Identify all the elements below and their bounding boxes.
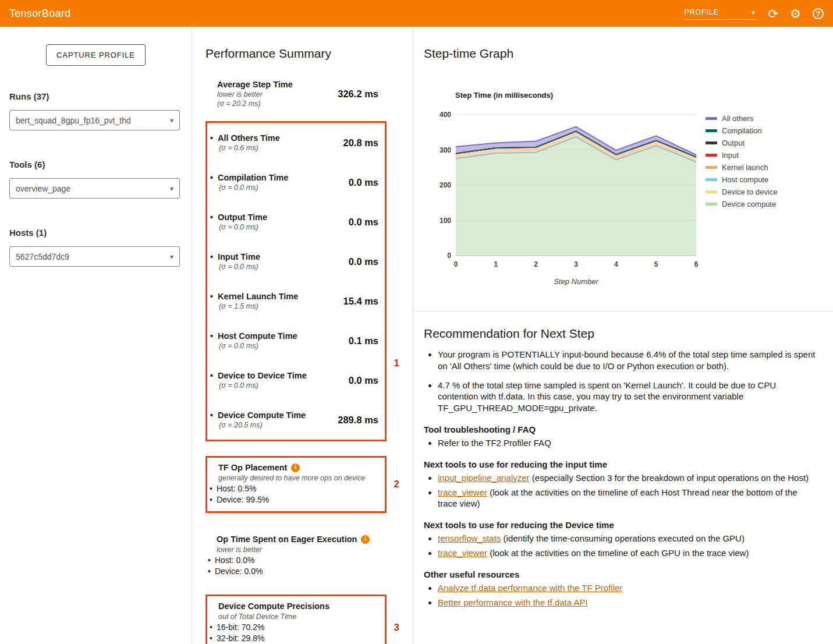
- metric-row: Host Compute Time (σ = 0.0 ms) 0.1 ms: [207, 321, 385, 360]
- list-item-text: Refer to the TF2 Profiler FAQ: [438, 438, 551, 448]
- metric-value: 20.8 ms: [343, 137, 378, 148]
- reco-subheading-faq: Tool troubleshooting / FAQ: [424, 424, 816, 434]
- metric-row: Output Time (σ = 0.0 ms) 0.0 ms: [207, 202, 385, 242]
- list-item: Analyze tf.data performance with the TF …: [438, 582, 816, 594]
- svg-text:200: 200: [439, 181, 451, 189]
- average-step-time-row: Average Step Time lower is better (σ = 2…: [205, 79, 387, 108]
- hosts-dropdown[interactable]: 5627c5dd7dc9 ▾: [9, 246, 180, 267]
- reco-list-resources: Analyze tf.data performance with the TF …: [424, 582, 816, 608]
- reload-icon[interactable]: ⟳: [768, 8, 779, 20]
- reco-list-faq: Refer to the TF2 Profiler FAQ: [424, 437, 816, 449]
- legend-label: Compilation: [722, 126, 762, 135]
- list-item: trace_viewer (look at the activities on …: [438, 547, 816, 559]
- block-note: generally desired to have more ops on de…: [218, 473, 379, 483]
- annotation-box-3: Device Compute Precisions out of Total D…: [205, 595, 387, 644]
- list-item-text: (look at the activities on the timeline …: [487, 548, 749, 558]
- metric-name: Kernel Launch Time: [210, 291, 298, 302]
- chevron-down-icon: ▾: [170, 253, 173, 261]
- topbar-controls: PROFILE ▾ ⟳ ⚙ ?: [683, 7, 824, 20]
- compute-precisions-title: Device Compute Precisions: [218, 601, 379, 611]
- metric-name: Average Step Time: [217, 79, 293, 90]
- legend-label: Device compute: [722, 200, 776, 208]
- metric-row: Input Time (σ = 0.0 ms) 0.0 ms: [207, 242, 385, 281]
- dashboard-selector[interactable]: PROFILE ▾: [683, 7, 757, 20]
- list-item: trace_viewer (look at the activities on …: [438, 487, 816, 510]
- svg-text:4: 4: [614, 260, 618, 268]
- metric-value: 0.0 ms: [349, 177, 378, 188]
- recommendation-statement: Your program is POTENTIALLY input-bound …: [438, 349, 816, 372]
- legend-swatch: [706, 129, 717, 132]
- main-layout: CAPTURE PROFILE Runs (37) bert_squad_8gp…: [0, 27, 833, 644]
- question-mark-icon: ?: [813, 8, 824, 19]
- runs-dropdown-value: bert_squad_8gpu_fp16_pvt_thd: [16, 116, 131, 125]
- svg-text:400: 400: [439, 111, 451, 119]
- tools-label: Tools (6): [9, 160, 180, 169]
- legend-swatch: [706, 178, 717, 181]
- trace-viewer-link[interactable]: trace_viewer: [438, 548, 487, 558]
- block-note: lower is better: [217, 545, 387, 555]
- hosts-dropdown-value: 5627c5dd7dc9: [16, 252, 69, 261]
- legend-swatch: [706, 190, 717, 193]
- legend-swatch: [706, 166, 717, 169]
- performance-summary-title: Performance Summary: [205, 47, 413, 61]
- metric-name: Device Compute Time: [210, 410, 306, 420]
- list-item-text: (identify the time-consuming operations …: [501, 533, 745, 543]
- tf-op-placement-title: TF Op Placement i: [218, 462, 379, 473]
- help-icon[interactable]: ?: [813, 8, 824, 19]
- reco-subheading-resources: Other useful resources: [424, 569, 816, 579]
- metric-sigma: (σ = 20.5 ms): [219, 420, 306, 430]
- chart-legend: All othersCompilationOutputInputKernel l…: [706, 115, 777, 288]
- svg-text:0: 0: [447, 252, 451, 260]
- right-panel: Step-time Graph Step Time (in millisecon…: [413, 27, 833, 644]
- reco-subheading-input-tools: Next tools to use for reducing the input…: [424, 459, 816, 469]
- info-icon[interactable]: i: [291, 463, 300, 472]
- list-item-text: (look at the activities on the timeline …: [438, 487, 797, 509]
- recommendation-section: Recommendation for Next Step Your progra…: [413, 327, 833, 608]
- tfdata-performance-link[interactable]: Analyze tf.data performance with the TF …: [438, 583, 622, 593]
- legend-item-input: Input: [706, 151, 777, 158]
- legend-item-device-to-device: Device to device: [706, 188, 777, 195]
- eager-execution-title: Op Time Spent on Eager Execution i: [217, 534, 387, 544]
- info-icon[interactable]: i: [361, 535, 370, 544]
- topbar: TensorBoard PROFILE ▾ ⟳ ⚙ ?: [0, 0, 833, 27]
- reco-list-input-tools: input_pipeline_analyzer (especially Sect…: [424, 472, 816, 509]
- svg-text:300: 300: [439, 146, 451, 154]
- metric-sigma: (σ = 0.0 ms): [219, 222, 267, 232]
- step-time-chart: 01002003004000123456Step Number All othe…: [434, 107, 833, 288]
- capture-profile-button[interactable]: CAPTURE PROFILE: [46, 44, 146, 66]
- hosts-field: Hosts (1) 5627c5dd7dc9 ▾: [9, 228, 180, 267]
- block-title-text: Op Time Spent on Eager Execution: [217, 534, 357, 544]
- reco-subheading-device-tools: Next tools to use for reducing the Devic…: [424, 520, 816, 530]
- metric-value: 326.2 ms: [338, 89, 378, 100]
- tools-dropdown[interactable]: overview_page ▾: [9, 178, 180, 199]
- metric-value: 15.4 ms: [343, 296, 378, 307]
- legend-item-output: Output: [706, 139, 777, 146]
- performance-summary-panel: Performance Summary Average Step Time lo…: [192, 27, 413, 644]
- trace-viewer-link[interactable]: trace_viewer: [438, 487, 487, 497]
- chart-title: Step Time (in milliseconds): [455, 91, 833, 100]
- metric-name: Host Compute Time: [210, 331, 297, 341]
- legend-item-compilation: Compilation: [706, 127, 777, 134]
- list-item: Host: 0.5%: [210, 483, 379, 494]
- metric-sigma: (σ = 0.0 ms): [219, 183, 288, 192]
- list-item: input_pipeline_analyzer (especially Sect…: [438, 472, 816, 484]
- list-item: Device: 0.0%: [208, 566, 387, 577]
- chevron-down-icon: ▾: [170, 116, 173, 125]
- svg-text:6: 6: [694, 260, 699, 268]
- legend-label: Kernel launch: [722, 163, 768, 172]
- metric-value: 0.0 ms: [349, 256, 378, 267]
- runs-field: Runs (37) bert_squad_8gpu_fp16_pvt_thd ▾: [9, 91, 180, 130]
- gear-icon[interactable]: ⚙: [790, 8, 801, 20]
- runs-dropdown[interactable]: bert_squad_8gpu_fp16_pvt_thd ▾: [9, 110, 180, 130]
- input-pipeline-analyzer-link[interactable]: input_pipeline_analyzer: [438, 473, 530, 483]
- svg-text:3: 3: [574, 260, 578, 268]
- tfdata-api-link[interactable]: Better performance with the tf.data API: [438, 597, 588, 607]
- recommendation-statement: 4.7 % of the total step time sampled is …: [438, 380, 816, 414]
- stacked-area-chart[interactable]: 01002003004000123456Step Number: [434, 107, 699, 288]
- metric-value: 289.8 ms: [338, 415, 378, 426]
- legend-label: Output: [722, 139, 745, 147]
- tensorflow-stats-link[interactable]: tensorflow_stats: [438, 533, 501, 543]
- block-note: out of Total Device Time: [218, 612, 379, 622]
- metric-name: All Others Time: [210, 133, 280, 143]
- list-item: tensorflow_stats (identify the time-cons…: [438, 533, 816, 544]
